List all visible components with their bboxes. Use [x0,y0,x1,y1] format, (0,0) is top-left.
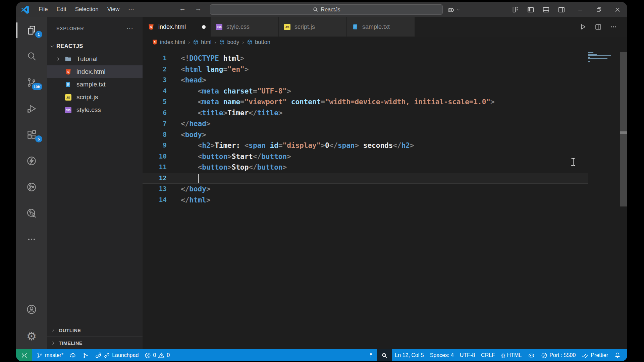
menu-selection[interactable]: Selection [71,6,103,13]
restore-icon[interactable] [596,7,602,12]
launchpad-status[interactable]: Launchpad [92,349,142,361]
code-line-8[interactable]: 8<body> [143,129,588,140]
code-line-9[interactable]: 9 <h2>Timer: <span id="display">0</span>… [143,140,588,151]
line-number[interactable]: 13 [143,184,167,195]
explorer-more-actions[interactable]: ⋯ [126,24,134,33]
menu-more[interactable]: ⋯ [124,6,138,13]
minimize-icon[interactable] [577,7,583,13]
remote-indicator[interactable] [16,349,32,361]
activity-git-history[interactable] [16,205,47,222]
code-line-4[interactable]: 4 <meta charset="UTF-8"> [143,86,588,97]
bell-icon [614,352,621,359]
git-branch-status[interactable]: master* [34,349,66,361]
line-number[interactable]: 12 [143,173,167,184]
tab-style-css[interactable]: CSS style.css [211,17,279,37]
outline-section[interactable]: OUTLINE [47,324,143,337]
line-number[interactable]: 3 [143,75,167,86]
code-line-11[interactable]: 11 <button>Stop</button> [143,162,588,173]
menu-file[interactable]: File [34,6,52,13]
code-line-7[interactable]: 7</head> [143,118,588,129]
scrollbar-thumb[interactable] [620,52,627,206]
line-number[interactable]: 6 [143,108,167,119]
command-center-search[interactable]: ReactJs [210,4,443,15]
toggle-primary-sidebar-icon[interactable] [527,6,534,13]
minimap[interactable] [588,52,611,63]
indentation-status[interactable]: Spaces: 4 [427,349,457,361]
breadcrumb-body[interactable]: body [219,39,239,45]
code-line-1[interactable]: 1<!DOCTYPE html> [143,53,588,64]
line-number[interactable]: 1 [143,53,167,64]
tree-folder-tutorial[interactable]: Tutorial [47,53,143,65]
activity-extensions[interactable]: 5 [16,126,47,143]
notifications-button[interactable] [611,349,624,361]
split-editor-icon[interactable] [595,23,602,31]
activity-search[interactable] [16,48,47,65]
tab-script-js[interactable]: JS script.js [279,17,347,37]
line-number[interactable]: 11 [143,162,167,173]
screencast-indicator[interactable] [365,349,377,361]
settings-button[interactable]: ⚙ [16,328,47,345]
menu-edit[interactable]: Edit [52,6,70,13]
problems-status[interactable]: 0 0 [142,349,173,361]
toggle-panel-icon[interactable] [542,6,550,13]
prettier-status[interactable]: Prettier [579,349,611,361]
unsaved-dot-icon[interactable] [202,25,206,29]
close-icon[interactable] [614,7,621,13]
tree-file-style-css[interactable]: CSS style.css [47,104,143,116]
code-line-5[interactable]: 5 <meta name="viewport" content="width=d… [143,97,588,108]
tree-file-script-js[interactable]: JS script.js [47,91,143,104]
tree-root-reactjs[interactable]: REACTJS [47,40,143,53]
timeline-section[interactable]: TIMELINE [47,337,143,349]
line-number[interactable]: 10 [143,151,167,162]
breadcrumb-file[interactable]: 5 index.html [152,39,185,45]
eol-status[interactable]: CRLF [478,349,498,361]
line-number[interactable]: 8 [143,129,167,140]
tree-file-index-html[interactable]: 5 index.html [47,65,143,78]
text-caret [198,174,199,183]
copilot-status[interactable] [525,349,538,361]
toggle-secondary-sidebar-icon[interactable] [558,6,565,13]
encoding-status[interactable]: UTF-8 [457,349,478,361]
breadcrumb-button[interactable]: button [247,39,270,45]
publish-changes-button[interactable] [66,349,79,361]
tab-sample-txt[interactable]: sample.txt [347,17,415,37]
code-line-3[interactable]: 3<head> [143,75,588,86]
breadcrumb-html[interactable]: html [193,39,211,45]
activity-thunder-client[interactable] [16,153,47,169]
account-button[interactable] [16,301,47,318]
more-actions-icon[interactable] [610,23,617,31]
editor-scrollbar[interactable] [620,47,627,349]
overview-cursor-marker [620,131,627,134]
code-line-2[interactable]: 2<html lang="en"> [143,64,588,75]
code-line-14[interactable]: 14</html> [143,195,588,206]
activity-explorer[interactable]: 1 [16,22,47,39]
code-line-10[interactable]: 10 <button>Start</button> [143,151,588,162]
activity-run-debug[interactable] [16,100,47,117]
live-server-port-status[interactable]: Port : 5500 [538,349,579,361]
line-number[interactable]: 7 [143,118,167,129]
git-graph-status[interactable] [79,349,92,361]
tree-file-sample-txt[interactable]: sample.txt [47,78,143,91]
copilot-menu[interactable] [447,6,460,14]
line-number[interactable]: 14 [143,195,167,206]
code-line-6[interactable]: 6 <title>Timer</title> [143,108,588,119]
customize-layout-icon[interactable] [512,6,519,13]
language-mode-status[interactable]: {} HTML [498,349,525,361]
line-number[interactable]: 2 [143,64,167,75]
line-number[interactable]: 5 [143,97,167,108]
code-line-13[interactable]: 13</body> [143,184,588,195]
line-number[interactable]: 9 [143,140,167,151]
nav-forward-icon[interactable]: → [195,5,202,12]
code-line-12[interactable]: 12 [143,173,588,184]
menu-view[interactable]: View [103,6,124,13]
run-file-icon[interactable] [579,23,587,31]
tab-index-html[interactable]: 5 index.html [143,17,211,37]
code-editor[interactable]: 1<!DOCTYPE html>2<html lang="en">3<head>… [143,47,627,349]
activity-git-graph[interactable] [16,179,47,195]
extensions-badge: 5 [35,135,42,142]
line-number[interactable]: 4 [143,86,167,97]
activity-source-control[interactable]: 10K [16,74,47,91]
activity-more[interactable] [16,231,47,248]
nav-back-icon[interactable]: ← [179,5,186,12]
cursor-position-status[interactable]: Ln 12, Col 5 [392,349,427,361]
